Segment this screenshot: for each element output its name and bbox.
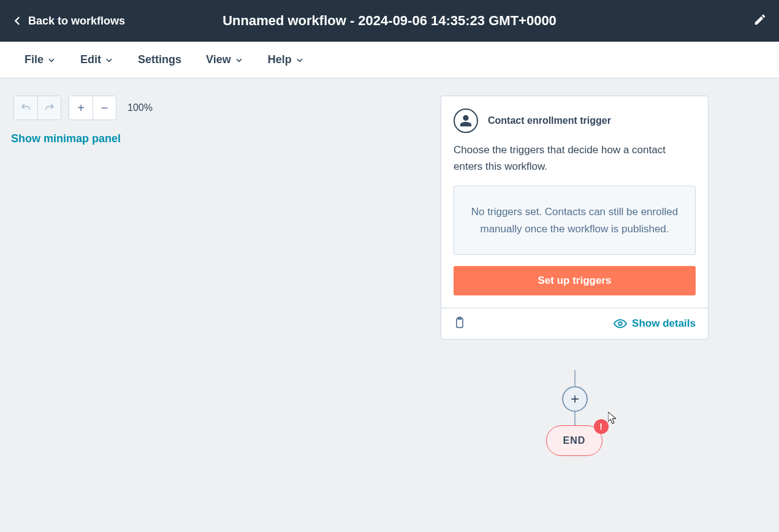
zoom-in-button[interactable]: + [69,96,93,120]
show-details-link[interactable]: Show details [614,317,696,330]
plus-icon: + [77,101,85,115]
card-header: Contact enrollment trigger [454,108,696,133]
end-label: END [563,435,586,446]
chevron-down-icon [105,56,113,64]
menu-settings-label: Settings [138,53,181,66]
enrollment-trigger-card[interactable]: Contact enrollment trigger Choose the tr… [441,96,709,340]
mouse-cursor-icon [608,412,618,424]
add-action-button[interactable]: + [562,386,588,412]
menu-settings[interactable]: Settings [138,53,181,66]
eye-icon [614,317,627,330]
menu-file[interactable]: File [25,53,56,66]
alert-badge: ! [594,419,609,434]
top-bar: Back to workflows Unnamed workflow - 202… [0,0,779,42]
workflow-canvas[interactable]: + − 100% Show minimap panel Contact enro… [0,78,779,532]
menu-bar: File Edit Settings View Help [0,42,779,78]
undo-icon [20,102,31,113]
clipboard-icon [454,316,466,329]
history-group [13,96,61,120]
menu-view-label: View [206,53,231,66]
chevron-down-icon [47,56,56,64]
menu-edit-label: Edit [80,53,101,66]
card-body: Contact enrollment trigger Choose the tr… [441,96,708,308]
workflow-title: Unnamed workflow - 2024-09-06 14:35:23 G… [222,13,557,29]
card-title: Contact enrollment trigger [488,115,611,126]
connector-line [574,412,576,425]
chevron-down-icon [235,56,243,64]
zoom-group: + − [69,96,116,120]
canvas-toolbar: + − 100% [13,96,153,120]
svg-point-2 [618,322,622,325]
card-description: Choose the triggers that decide how a co… [454,142,696,175]
edit-title-button[interactable] [753,13,767,29]
show-details-label: Show details [632,317,696,330]
chevron-left-icon [12,15,23,26]
undo-button[interactable] [14,96,37,120]
empty-triggers-message: No triggers set. Contacts can still be e… [454,186,696,254]
clipboard-button[interactable] [454,316,466,332]
menu-view[interactable]: View [206,53,243,66]
end-node[interactable]: END ! [546,425,602,456]
zoom-out-button[interactable]: − [93,96,116,120]
redo-button[interactable] [37,96,61,120]
menu-edit[interactable]: Edit [80,53,113,66]
zoom-level: 100% [127,102,153,113]
menu-help-label: Help [268,53,292,66]
card-footer: Show details [441,308,708,339]
back-to-workflows-link[interactable]: Back to workflows [12,15,125,28]
menu-help[interactable]: Help [268,53,304,66]
redo-icon [44,102,55,113]
menu-file-label: File [25,53,44,66]
minus-icon: − [101,101,108,115]
show-minimap-link[interactable]: Show minimap panel [11,132,121,145]
setup-triggers-button[interactable]: Set up triggers [454,266,696,295]
contact-icon [454,108,478,133]
connector-line [574,370,576,386]
plus-icon: + [571,392,579,406]
back-label: Back to workflows [28,15,125,28]
pencil-icon [753,13,767,26]
chevron-down-icon [295,56,304,64]
